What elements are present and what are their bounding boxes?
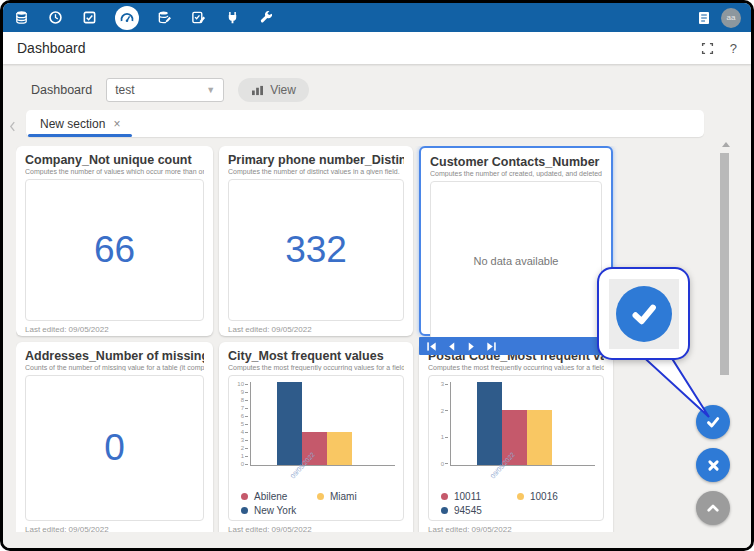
dashboard-gauge-icon[interactable]: [115, 6, 139, 30]
bar-10016: [527, 410, 552, 465]
card-footer: Last edited: 09/05/2022: [25, 525, 204, 532]
tabs-scroll-left-icon[interactable]: [9, 117, 19, 135]
y-axis: 3210: [437, 382, 451, 466]
tab-active-underline: [28, 134, 132, 137]
legend-dot-icon: [441, 493, 448, 500]
legend-dot-icon: [441, 507, 448, 514]
legend-item: 10011: [441, 491, 517, 502]
checklist-edit-icon[interactable]: [190, 9, 207, 26]
dashboard-select-value: test: [115, 83, 134, 97]
card-postal-code-most-frequent[interactable]: Postal Code_Most frequent valu... Comput…: [419, 342, 613, 532]
chart-icon: [251, 85, 264, 96]
pagination-bar: [419, 337, 613, 355]
cards-grid: Company_Not unique count Computes the nu…: [16, 146, 622, 532]
card-panel: 3210 09/05/2022 100111001694545: [428, 375, 604, 521]
card-addresses-missing-values[interactable]: Addresses_Number of missing va... Counts…: [16, 342, 213, 532]
top-navigation-bar: aa: [3, 3, 751, 32]
y-tick: 1: [441, 435, 448, 439]
card-company-not-unique-count[interactable]: Company_Not unique count Computes the nu…: [16, 146, 213, 336]
card-panel: 332: [228, 179, 404, 321]
card-subtitle: Computes the number of values which occu…: [25, 168, 204, 175]
wrench-icon[interactable]: [258, 9, 275, 26]
y-tick: 5: [241, 422, 248, 426]
legend-item: 10016: [517, 491, 593, 502]
card-subtitle: Computes the most frequently occurring v…: [428, 364, 604, 371]
next-page-icon[interactable]: [466, 341, 477, 352]
topbar-icon-group: [13, 6, 275, 30]
y-tick: 1: [241, 454, 248, 458]
database-edit-icon[interactable]: [156, 9, 173, 26]
database-icon[interactable]: [13, 9, 30, 26]
metric-value: 332: [229, 180, 403, 320]
cards-viewport: Company_Not unique count Computes the nu…: [16, 146, 622, 532]
y-tick: 10: [237, 382, 248, 386]
dashboard-select[interactable]: test ▼: [106, 78, 224, 102]
card-panel: 109876543210 09/05/2022 AbileneMiamiNew …: [228, 375, 404, 521]
view-button-label: View: [270, 83, 296, 97]
legend-item: Miami: [317, 491, 393, 502]
chart-legend: AbileneMiamiNew York: [237, 491, 395, 518]
bar-new-york: [277, 382, 302, 465]
scrollbar-thumb[interactable]: [720, 153, 729, 375]
y-tick: 2: [441, 409, 448, 413]
legend-dot-icon: [241, 507, 248, 514]
topbar-right-group: aa: [695, 8, 741, 28]
card-title: Addresses_Number of missing va...: [25, 349, 204, 363]
legend-item: 94545: [441, 505, 517, 516]
card-primary-phone-distinct[interactable]: Primary phone number_Distinct ... Comput…: [219, 146, 413, 336]
card-subtitle: Counts of the number of missing value fo…: [25, 364, 204, 371]
bar-chart-city: 109876543210 09/05/2022 AbileneMiamiNew …: [229, 376, 403, 520]
tab-close-icon[interactable]: ×: [113, 118, 120, 130]
view-button[interactable]: View: [238, 78, 309, 102]
card-footer: Last edited: 09/05/2022: [428, 525, 604, 532]
y-tick: 2: [241, 446, 248, 450]
card-subtitle: Computes the number of distinct values i…: [228, 168, 404, 175]
card-title: Company_Not unique count: [25, 153, 204, 167]
plug-icon[interactable]: [224, 9, 241, 26]
y-tick: 8: [241, 398, 248, 402]
confirm-button-callout: [597, 267, 690, 360]
tasks-check-icon[interactable]: [81, 9, 98, 26]
cancel-button[interactable]: [696, 448, 730, 482]
bars-area: [251, 382, 395, 466]
card-title: City_Most frequent values: [228, 349, 404, 363]
first-page-icon[interactable]: [426, 341, 437, 352]
card-footer: Last edited: 09/05/2022: [228, 325, 404, 334]
card-footer: Last edited: 09/05/2022: [25, 325, 204, 334]
bars-area: [451, 382, 595, 466]
page-title: Dashboard: [17, 40, 86, 56]
card-title: Primary phone number_Distinct ...: [228, 153, 404, 167]
card-panel: 0: [25, 375, 204, 521]
chevron-up-icon: [704, 499, 722, 517]
y-tick: 3: [441, 382, 448, 386]
last-page-icon[interactable]: [486, 341, 497, 352]
chart-legend: 100111001694545: [437, 491, 595, 518]
scrollbar-up-arrow[interactable]: [722, 142, 730, 147]
confirm-button[interactable]: [696, 405, 730, 439]
check-icon: [616, 286, 672, 342]
help-icon[interactable]: ?: [730, 41, 737, 56]
page-header: Dashboard ?: [3, 32, 751, 64]
fullscreen-icon[interactable]: [701, 42, 714, 55]
metric-value: 0: [26, 376, 203, 520]
y-tick: 6: [241, 414, 248, 418]
y-tick: 3: [241, 438, 248, 442]
app-window: aa Dashboard ? Dashboard test ▼ View: [0, 0, 754, 551]
clock-icon[interactable]: [47, 9, 64, 26]
scroll-to-top-button[interactable]: [696, 491, 730, 525]
section-tabstrip: New section ×: [26, 110, 704, 137]
card-customer-contacts-selected[interactable]: Customer Contacts_Number of o... Compute…: [419, 146, 613, 336]
legend-item: New York: [241, 505, 317, 516]
legend-item: Abilene: [241, 491, 317, 502]
metric-value: 66: [26, 180, 203, 320]
legend-dot-icon: [241, 493, 248, 500]
card-subtitle: Computes the number of created, updated,…: [430, 170, 602, 177]
tab-label: New section: [40, 117, 105, 131]
previous-page-icon[interactable]: [446, 341, 457, 352]
card-city-most-frequent[interactable]: City_Most frequent values Computes the m…: [219, 342, 413, 532]
tab-new-section[interactable]: New section ×: [26, 110, 134, 137]
callout-background: [609, 279, 679, 349]
user-avatar[interactable]: aa: [721, 8, 741, 28]
list-icon[interactable]: [695, 9, 712, 26]
bar-94545: [477, 382, 502, 465]
